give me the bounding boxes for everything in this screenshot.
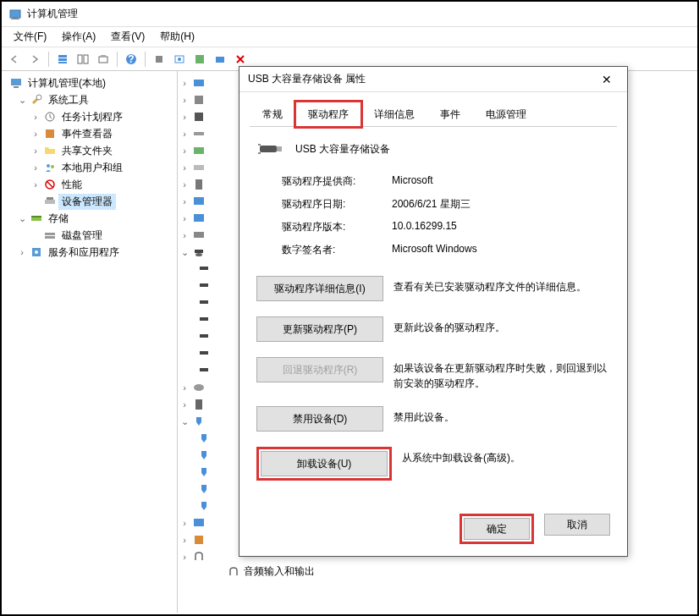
tab-driver[interactable]: 驱动程序 <box>295 102 361 127</box>
expand-icon[interactable]: › <box>17 247 27 257</box>
tree-system-tools[interactable]: ⌄系统工具 <box>3 91 175 108</box>
svg-rect-17 <box>11 79 21 85</box>
collapse-icon[interactable]: ⌄ <box>17 95 27 106</box>
toolbar-btn-6[interactable] <box>170 50 189 69</box>
device-category[interactable]: › <box>179 531 227 548</box>
device-category[interactable]: › <box>179 548 227 565</box>
uninstall-device-button[interactable]: 卸载设备(U) <box>261 451 388 476</box>
svg-rect-1 <box>13 18 18 19</box>
device-category[interactable]: › <box>179 74 227 91</box>
tree-services-apps[interactable]: ›服务和应用程序 <box>3 244 175 261</box>
device-item[interactable] <box>179 362 227 379</box>
tree-event-viewer[interactable]: ›事件查看器 <box>3 125 175 142</box>
dialog-titlebar: USB 大容量存储设备 属性 ✕ <box>239 67 627 92</box>
svg-rect-35 <box>195 113 203 121</box>
toolbar-btn-3[interactable] <box>94 50 113 69</box>
svg-point-22 <box>47 164 50 168</box>
device-category[interactable]: › <box>179 176 227 193</box>
help-button[interactable]: ? <box>122 50 140 69</box>
device-item[interactable] <box>179 464 227 481</box>
menu-file[interactable]: 文件(F) <box>7 28 53 46</box>
collapse-icon[interactable]: ⌄ <box>17 213 27 224</box>
close-button[interactable]: ✕ <box>595 69 619 90</box>
tree-device-manager[interactable]: 设备管理器 <box>3 193 175 210</box>
cancel-button[interactable]: 取消 <box>544 514 610 536</box>
tab-general[interactable]: 常规 <box>250 102 295 127</box>
device-category[interactable]: › <box>179 379 227 396</box>
svg-rect-29 <box>45 233 55 235</box>
svg-point-19 <box>36 95 41 100</box>
ok-button[interactable]: 确定 <box>464 518 530 540</box>
device-category[interactable]: › <box>179 108 227 125</box>
device-item[interactable] <box>179 261 227 278</box>
provider-value: Microsoft <box>392 174 433 189</box>
device-category[interactable]: › <box>179 193 227 210</box>
forward-button[interactable] <box>25 50 44 69</box>
expand-icon[interactable]: › <box>30 179 41 190</box>
device-category[interactable]: › <box>179 142 227 159</box>
device-category[interactable]: › <box>179 396 227 413</box>
driver-info: 驱动程序提供商:Microsoft 驱动程序日期:2006/6/21 星期三 驱… <box>282 174 610 257</box>
expand-icon[interactable]: › <box>30 146 41 156</box>
svg-rect-50 <box>200 351 208 355</box>
device-item[interactable] <box>179 311 227 328</box>
expand-icon[interactable]: › <box>30 162 41 173</box>
svg-rect-18 <box>14 86 19 88</box>
disk-icon <box>43 228 57 242</box>
disable-device-button[interactable]: 禁用设备(D) <box>256 406 383 432</box>
event-icon <box>43 127 57 140</box>
toolbar-btn-2[interactable] <box>74 50 92 69</box>
device-item[interactable] <box>179 294 227 311</box>
properties-dialog: USB 大容量存储设备 属性 ✕ 常规 驱动程序 详细信息 事件 电源管理 US… <box>239 66 628 557</box>
back-button[interactable] <box>5 50 24 69</box>
tab-details[interactable]: 详细信息 <box>361 102 427 127</box>
svg-rect-48 <box>200 317 208 321</box>
device-category[interactable]: › <box>179 159 227 176</box>
svg-rect-34 <box>195 96 203 104</box>
svg-rect-3 <box>58 55 67 58</box>
svg-rect-0 <box>10 10 20 18</box>
tree-storage[interactable]: ⌄存储 <box>3 210 175 227</box>
menu-action[interactable]: 操作(A) <box>55 28 102 46</box>
window-titlebar: 计算机管理 <box>2 2 697 27</box>
device-category[interactable]: ⌄ <box>179 413 227 430</box>
tab-power[interactable]: 电源管理 <box>473 102 539 127</box>
version-label: 驱动程序版本: <box>282 220 392 234</box>
toolbar-sep <box>48 52 49 67</box>
device-item[interactable] <box>179 481 227 498</box>
toolbar-btn-5[interactable] <box>150 50 168 69</box>
toolbar-btn-7[interactable] <box>190 50 209 69</box>
driver-details-button[interactable]: 驱动程序详细信息(I) <box>256 276 383 301</box>
device-category[interactable]: ⌄ <box>179 244 227 261</box>
tree-root[interactable]: 计算机管理(本地) <box>3 74 175 91</box>
svg-rect-56 <box>260 146 277 152</box>
tree-shared-folders[interactable]: ›共享文件夹 <box>3 142 175 159</box>
device-item[interactable] <box>179 447 227 464</box>
update-driver-button[interactable]: 更新驱动程序(P) <box>256 316 383 342</box>
expand-icon[interactable]: › <box>30 129 41 139</box>
toolbar-btn-1[interactable] <box>53 50 72 69</box>
menu-help[interactable]: 帮助(H) <box>153 28 201 46</box>
device-item[interactable] <box>179 345 227 362</box>
expand-icon[interactable]: › <box>30 112 41 122</box>
tree-task-scheduler[interactable]: ›任务计划程序 <box>3 108 175 125</box>
device-item[interactable] <box>179 328 227 345</box>
device-category[interactable]: › <box>179 210 227 227</box>
bottom-device-item[interactable]: 音频输入和输出 <box>227 564 315 579</box>
device-category[interactable]: › <box>179 514 227 531</box>
device-category[interactable]: › <box>179 227 227 244</box>
device-item[interactable] <box>179 498 227 514</box>
version-value: 10.0.16299.15 <box>392 220 457 234</box>
tree-performance[interactable]: ›性能 <box>3 176 175 193</box>
toolbar-btn-8[interactable] <box>211 50 229 69</box>
device-category[interactable]: › <box>179 125 227 142</box>
device-item[interactable] <box>179 278 227 294</box>
device-item[interactable] <box>179 430 227 447</box>
tools-icon <box>30 93 43 107</box>
tab-events[interactable]: 事件 <box>427 102 473 127</box>
tree-local-users[interactable]: ›本地用户和组 <box>3 159 175 176</box>
tree-disk-mgmt[interactable]: 磁盘管理 <box>3 227 175 244</box>
device-category[interactable]: › <box>179 91 227 108</box>
menu-view[interactable]: 查看(V) <box>104 28 151 46</box>
svg-rect-36 <box>194 132 204 135</box>
